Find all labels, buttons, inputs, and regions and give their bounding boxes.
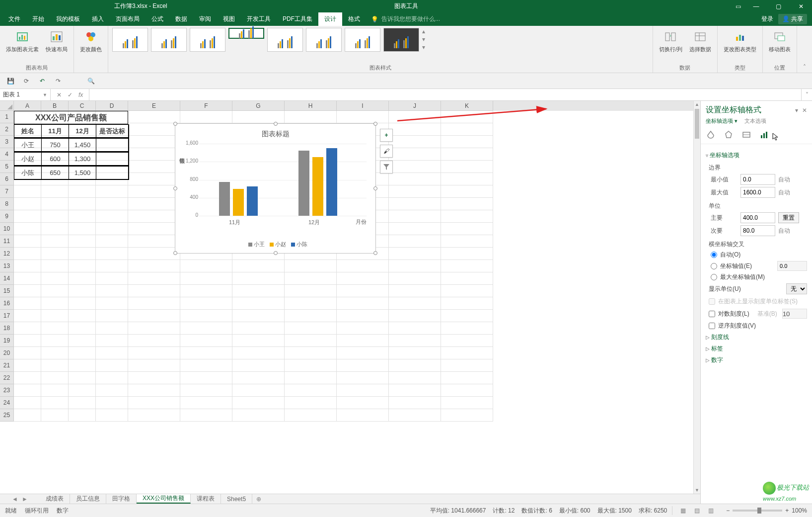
cell[interactable] <box>180 297 232 310</box>
cell[interactable] <box>337 335 389 347</box>
bar[interactable] <box>312 157 323 216</box>
cell[interactable] <box>14 248 41 260</box>
cell[interactable] <box>441 248 493 260</box>
switch-row-col-button[interactable]: 切换行/列 <box>657 28 684 54</box>
cell[interactable] <box>41 409 69 422</box>
cell[interactable] <box>232 347 285 359</box>
cell[interactable] <box>389 111 441 123</box>
column-header[interactable]: C <box>69 101 96 111</box>
cell[interactable] <box>441 372 493 384</box>
row-header[interactable]: 20 <box>0 347 14 359</box>
cell[interactable] <box>389 185 441 198</box>
cell[interactable] <box>128 111 180 123</box>
tab-格式[interactable]: 格式 <box>342 12 366 26</box>
cell[interactable] <box>69 210 96 223</box>
cell[interactable] <box>14 347 41 359</box>
cell[interactable] <box>41 210 69 223</box>
chart-style-7[interactable] <box>345 28 380 52</box>
scroll-down-icon[interactable]: ▼ <box>694 487 700 494</box>
cell[interactable] <box>337 297 389 310</box>
cell[interactable] <box>128 359 180 372</box>
cell[interactable] <box>128 136 180 148</box>
cell[interactable] <box>69 397 96 409</box>
minor-unit-input[interactable] <box>740 225 775 236</box>
cell[interactable] <box>337 359 389 372</box>
formula-input[interactable] <box>89 89 801 100</box>
cell[interactable] <box>441 297 493 310</box>
cell[interactable] <box>96 322 128 335</box>
cell[interactable] <box>389 372 441 384</box>
cell[interactable] <box>41 310 69 322</box>
cell[interactable] <box>69 272 96 285</box>
cell[interactable] <box>96 185 128 198</box>
cell[interactable] <box>441 185 493 198</box>
column-header[interactable]: E <box>128 101 180 111</box>
row-header[interactable]: 19 <box>0 335 14 347</box>
cell[interactable] <box>389 223 441 235</box>
cell[interactable] <box>128 198 180 210</box>
cell[interactable] <box>14 185 41 198</box>
cell[interactable] <box>285 310 337 322</box>
tab-设计[interactable]: 设计 <box>318 12 342 26</box>
cell[interactable] <box>441 173 493 185</box>
vertical-scrollbar[interactable]: ▲ ▼ <box>693 101 700 494</box>
row-header[interactable]: 2 <box>0 123 14 136</box>
column-header[interactable]: D <box>96 101 128 111</box>
cell[interactable] <box>232 111 285 123</box>
section-labels[interactable]: 标签 <box>706 345 807 353</box>
cell[interactable] <box>337 384 389 397</box>
cell[interactable] <box>96 347 128 359</box>
size-properties-icon[interactable] <box>741 130 751 140</box>
tab-开始[interactable]: 开始 <box>26 12 50 26</box>
cell[interactable] <box>128 223 180 235</box>
share-button[interactable]: 👤 共享 <box>778 14 807 24</box>
cell[interactable] <box>285 347 337 359</box>
cell[interactable] <box>232 397 285 409</box>
print-preview-icon[interactable]: 🔍 <box>86 77 95 86</box>
chart-legend[interactable]: 小王小赵小陈 <box>175 241 375 248</box>
cell[interactable] <box>337 272 389 285</box>
cell[interactable] <box>128 260 180 272</box>
cell[interactable] <box>180 260 232 272</box>
cell[interactable] <box>96 260 128 272</box>
chart-style-4[interactable] <box>228 28 264 39</box>
cell[interactable] <box>69 409 96 422</box>
cell[interactable] <box>128 372 180 384</box>
tab-开发工具[interactable]: 开发工具 <box>241 12 277 26</box>
cell[interactable] <box>96 285 128 297</box>
cell[interactable] <box>389 384 441 397</box>
cell[interactable] <box>41 359 69 372</box>
table-header[interactable]: 12月 <box>69 125 96 138</box>
chart-style-2[interactable] <box>151 28 187 52</box>
cell[interactable] <box>285 384 337 397</box>
maximize-button[interactable]: ▢ <box>767 0 790 12</box>
cell[interactable] <box>128 148 180 161</box>
table-cell[interactable]: 750 <box>42 139 69 152</box>
view-page-break-icon[interactable]: ▥ <box>705 506 716 515</box>
row-header[interactable]: 7 <box>0 185 14 198</box>
cell[interactable] <box>96 210 128 223</box>
cell[interactable] <box>96 384 128 397</box>
effects-icon[interactable] <box>724 130 734 140</box>
cell[interactable] <box>14 322 41 335</box>
cell[interactable] <box>389 260 441 272</box>
row-header[interactable]: 11 <box>0 235 14 248</box>
cell[interactable] <box>441 272 493 285</box>
cell[interactable] <box>232 335 285 347</box>
row-header[interactable]: 16 <box>0 297 14 310</box>
cell[interactable] <box>232 372 285 384</box>
cell[interactable] <box>41 372 69 384</box>
cell[interactable] <box>96 359 128 372</box>
cell[interactable] <box>389 210 441 223</box>
column-header[interactable]: H <box>285 101 337 111</box>
ribbon-display-icon[interactable]: ▭ <box>731 0 745 12</box>
cell[interactable] <box>232 322 285 335</box>
cell[interactable] <box>14 210 41 223</box>
row-header[interactable]: 9 <box>0 210 14 223</box>
cell[interactable] <box>41 297 69 310</box>
cell[interactable] <box>389 322 441 335</box>
cell[interactable] <box>69 372 96 384</box>
cell[interactable] <box>128 297 180 310</box>
axis-options-icon[interactable] <box>759 130 769 140</box>
cell[interactable] <box>128 347 180 359</box>
